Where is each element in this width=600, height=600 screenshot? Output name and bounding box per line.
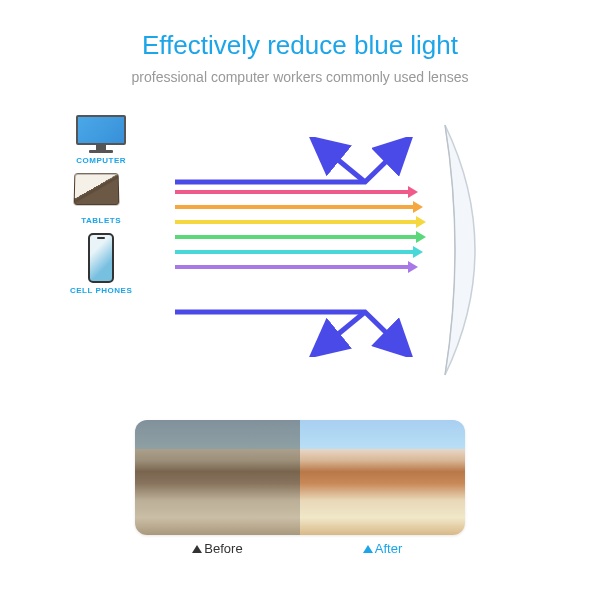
page-title: Effectively reduce blue light <box>0 0 600 61</box>
after-text: After <box>375 541 402 556</box>
triangle-icon <box>192 545 202 553</box>
after-label: After <box>300 541 465 556</box>
spectrum-rays <box>175 190 405 280</box>
device-tablet: TABLETS <box>70 173 132 225</box>
device-computer: COMPUTER <box>70 115 132 165</box>
ray-green <box>175 235 418 239</box>
tablet-icon <box>74 173 129 213</box>
comparison-labels: Before After <box>135 535 465 556</box>
page-subtitle: professional computer workers commonly u… <box>0 61 600 85</box>
ray-purple <box>175 265 410 269</box>
lens-icon <box>430 120 510 380</box>
phones-label: CELL PHONES <box>70 286 132 295</box>
after-image <box>300 420 465 535</box>
ray-pink <box>175 190 410 194</box>
light-diagram: COMPUTER TABLETS CELL PHONES <box>0 115 600 395</box>
computer-label: COMPUTER <box>76 156 126 165</box>
phone-icon <box>88 233 114 283</box>
device-list: COMPUTER TABLETS CELL PHONES <box>70 115 132 295</box>
device-phone: CELL PHONES <box>70 233 132 295</box>
before-label: Before <box>135 541 300 556</box>
tablets-label: TABLETS <box>81 216 121 225</box>
comparison-section: Before After <box>135 420 465 556</box>
before-image <box>135 420 300 535</box>
ray-cyan <box>175 250 415 254</box>
comparison-image <box>135 420 465 535</box>
ray-orange <box>175 205 415 209</box>
before-text: Before <box>204 541 242 556</box>
triangle-icon <box>363 545 373 553</box>
ray-yellow <box>175 220 418 224</box>
monitor-icon <box>76 115 126 153</box>
